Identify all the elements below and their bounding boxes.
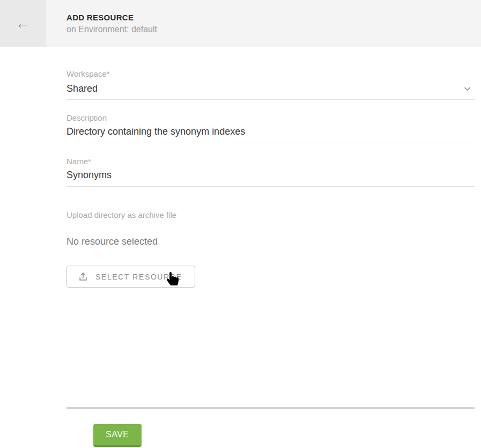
chevron-down-icon: [463, 85, 471, 93]
workspace-selected-value: Shared: [66, 82, 98, 96]
select-resource-label: SELECT RESOURCE: [95, 273, 182, 281]
back-button[interactable]: ←: [0, 0, 46, 47]
upload-icon: [78, 271, 88, 282]
page-header: ← ADD RESOURCE on Environment: default: [0, 0, 481, 47]
upload-section-label: Upload directory as archive file: [66, 210, 475, 219]
form-content: Workspace* Shared Description Name* Uplo…: [0, 70, 481, 447]
page-title: ADD RESOURCE: [66, 13, 157, 22]
workspace-select[interactable]: Shared: [66, 82, 475, 100]
workspace-field: Workspace* Shared: [66, 70, 475, 100]
resource-status-text: No resource selected: [66, 236, 475, 247]
section-divider: [66, 407, 475, 409]
name-input[interactable]: [66, 166, 475, 187]
description-label: Description: [66, 114, 475, 122]
header-text: ADD RESOURCE on Environment: default: [46, 0, 157, 47]
workspace-label: Workspace*: [66, 70, 475, 78]
name-label: Name*: [66, 157, 475, 166]
select-resource-button[interactable]: SELECT RESOURCE: [66, 266, 195, 288]
add-resource-page: ← ADD RESOURCE on Environment: default W…: [0, 0, 481, 448]
save-button[interactable]: SAVE: [93, 424, 142, 447]
name-field: Name*: [66, 157, 475, 187]
description-input[interactable]: [66, 122, 475, 143]
description-field: Description: [66, 114, 475, 143]
page-subtitle: on Environment: default: [66, 25, 157, 34]
back-arrow-icon: ←: [16, 16, 31, 31]
